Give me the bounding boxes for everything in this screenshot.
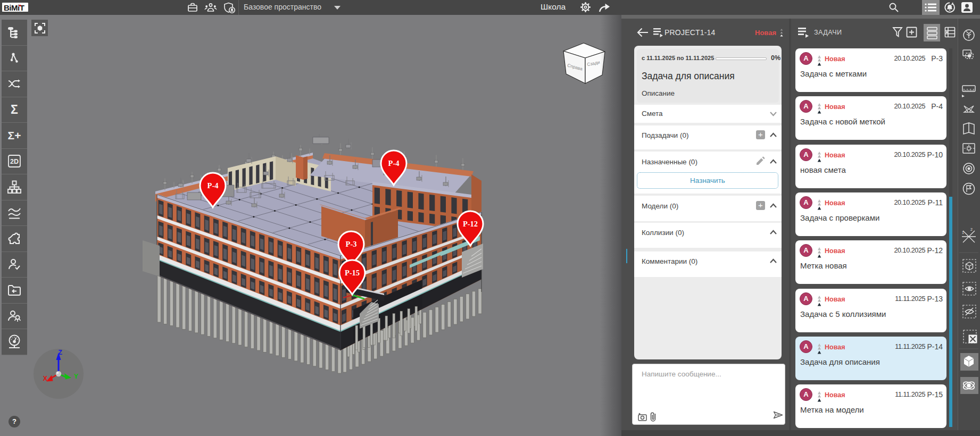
svg-text:P-12: P-12 xyxy=(463,220,478,228)
svg-text:2: 2 xyxy=(970,228,973,231)
svg-text:P-15: P-15 xyxy=(345,269,360,277)
svg-text:1: 1 xyxy=(962,231,964,234)
svg-text:2D: 2D xyxy=(10,158,19,165)
svg-text:P-4: P-4 xyxy=(388,159,400,167)
svg-text:X: X xyxy=(43,375,48,382)
svg-text:P-3: P-3 xyxy=(346,240,357,248)
svg-text:Z: Z xyxy=(58,349,62,356)
svg-text:P-4: P-4 xyxy=(207,181,219,190)
svg-text:Y: Y xyxy=(74,373,79,380)
